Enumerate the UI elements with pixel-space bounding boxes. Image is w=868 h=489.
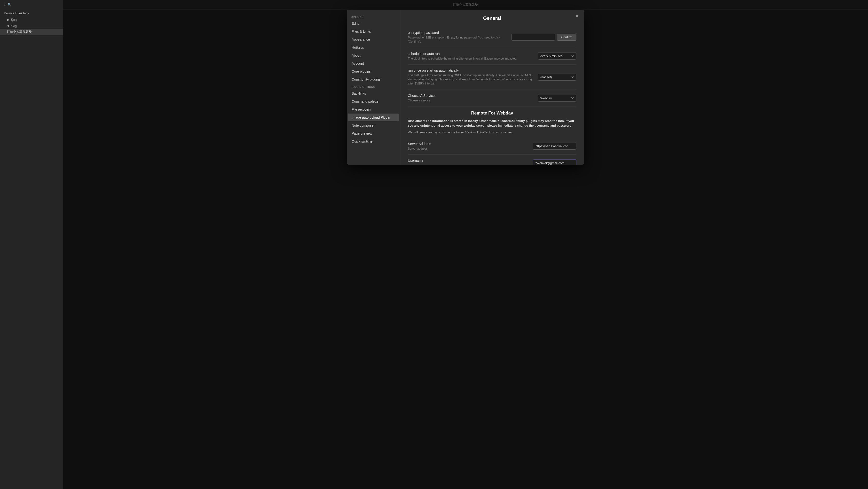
server-address-input[interactable] [533,142,577,150]
run-once-startup-info: run once on start up automatically This … [408,68,533,86]
run-once-startup-row: run once on start up automatically This … [408,65,577,90]
settings-modal: ✕ OPTIONS Editor Files & Links Appearanc… [347,10,584,165]
webdav-section-title: Remote For Webdav [408,110,577,116]
username-row: Username username. [408,155,577,165]
modal-backdrop: ✕ OPTIONS Editor Files & Links Appearanc… [63,0,868,489]
close-button[interactable]: ✕ [574,12,580,20]
encryption-password-label: encryption password [408,31,507,35]
encryption-password-row: encryption password Password for E2E enc… [408,27,577,48]
choose-service-desc: Choose a service. [408,99,533,103]
server-address-info: Server Address Server address. [408,142,528,151]
settings-nav-files-links[interactable]: Files & Links [348,28,399,35]
server-address-desc: Server address. [408,147,528,151]
server-address-row: Server Address Server address. [408,138,577,155]
plugin-options-label: PLUGIN OPTIONS [347,84,400,89]
server-address-label: Server Address [408,142,528,146]
settings-nav-command-palette[interactable]: Command palette [348,98,399,105]
schedule-auto-run-row: schedule for auto run The plugin trys to… [408,48,577,65]
webdav-disclaimer: Disclaimer: The information is stored in… [408,119,577,128]
choose-service-select[interactable]: Webdav Dropbox OneDrive S3 [538,95,577,102]
settings-nav-file-recovery[interactable]: File recovery [348,105,399,113]
schedule-auto-run-desc: The plugin trys to schedule the running … [408,57,533,61]
username-label: Username [408,159,528,162]
sidebar-header: ⊞ 🔍 [0,0,63,9]
choose-service-control: Webdav Dropbox OneDrive S3 [538,95,577,102]
nav-item-active[interactable]: 打造个人写作系统 [0,29,63,35]
confirm-button[interactable]: Confirm [557,34,577,41]
webdav-sync-info: We will create and sync inside the folde… [408,130,577,134]
settings-nav-appearance[interactable]: Appearance [348,36,399,43]
settings-nav-hotkeys[interactable]: Hotkeys [348,43,399,51]
encryption-password-input[interactable] [512,34,555,41]
username-input[interactable] [533,160,577,165]
choose-service-info: Choose A Service Choose a service. [408,94,533,103]
encryption-password-info: encryption password Password for E2E enc… [408,31,507,44]
settings-nav-backlinks[interactable]: Backlinks [348,90,399,97]
run-once-startup-select[interactable]: (not set) yes no [538,74,577,80]
main-area: 打造个人写作系统 ✕ OPTIONS Editor Files & Links … [63,0,868,489]
server-address-control [533,142,577,150]
schedule-auto-run-label: schedule for auto run [408,52,533,56]
nav-item-navigation[interactable]: ▶ 导航 [0,17,63,23]
sidebar-icons: ⊞ 🔍 [4,3,11,6]
schedule-auto-run-control: every 5 minutes every 10 minutes every 3… [538,53,577,60]
settings-content: General encryption password Password for… [400,10,584,165]
encryption-password-desc: Password for E2E encryption. Empty for n… [408,36,507,44]
run-once-startup-control: (not set) yes no [538,74,577,80]
encryption-password-control: Confirm [512,34,577,41]
app-sidebar: ⊞ 🔍 Kevin's ThinkTank ▶ 导航 ▼ blog 打造个人写作… [0,0,63,489]
settings-nav-image-auto-upload[interactable]: Image auto upload Plugin [348,113,399,121]
choose-service-label: Choose A Service [408,94,533,98]
app-container: ⊞ 🔍 Kevin's ThinkTank ▶ 导航 ▼ blog 打造个人写作… [0,0,868,489]
nav-item-blog[interactable]: ▼ blog [0,23,63,29]
username-info: Username username. [408,159,528,165]
run-once-startup-label: run once on start up automatically [408,68,533,72]
settings-sidebar: OPTIONS Editor Files & Links Appearance … [347,10,400,165]
settings-nav-quick-switcher[interactable]: Quick switcher [348,137,399,145]
settings-nav-editor[interactable]: Editor [348,20,399,27]
settings-nav-page-preview[interactable]: Page preview [348,130,399,137]
settings-nav-account[interactable]: Account [348,60,399,67]
schedule-auto-run-select[interactable]: every 5 minutes every 10 minutes every 3… [538,53,577,60]
settings-nav-community-plugins[interactable]: Community plugins [348,75,399,83]
settings-nav-core-plugins[interactable]: Core plugins [348,68,399,75]
choose-service-row: Choose A Service Choose a service. Webda… [408,90,577,107]
workspace-name: Kevin's ThinkTank [0,9,63,17]
username-desc: username. [408,163,528,165]
settings-nav-note-composer[interactable]: Note composer [348,122,399,129]
schedule-auto-run-info: schedule for auto run The plugin trys to… [408,52,533,61]
settings-title: General [408,15,577,21]
run-once-startup-desc: This settings allows setting running ONC… [408,73,533,86]
username-control [533,160,577,165]
options-label: OPTIONS [347,13,400,20]
settings-nav-about[interactable]: About [348,52,399,59]
